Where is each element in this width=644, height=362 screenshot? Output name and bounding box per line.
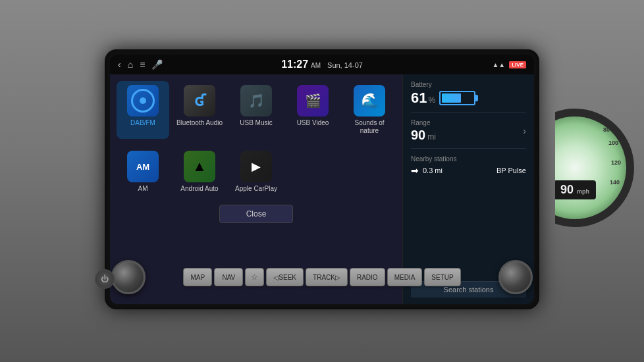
range-unit: mi [427, 132, 436, 142]
range-label: Range [411, 119, 436, 126]
am-label: AM [138, 185, 148, 193]
range-arrow-icon[interactable]: › [523, 126, 526, 136]
usb-music-icon: 🎵 [240, 85, 272, 116]
usb-music-label: USB Music [240, 119, 272, 127]
station-direction-icon: ➡ [411, 165, 419, 176]
seek-back-button[interactable]: ◁SEEK [266, 268, 304, 286]
dashboard: ‹ ⌂ ≡ 🎤 11:27 AM Sun, 14-07 ▲▲ LIVE [0, 0, 644, 362]
sounds-nature-label: Sounds of nature [346, 119, 393, 135]
signal-icon: ▲▲ [492, 61, 505, 68]
range-content: Range 90 mi [411, 119, 436, 143]
nearby-label: Nearby stations [411, 155, 526, 163]
station-row: ➡ 0.3 mi BP Pulse [411, 165, 526, 176]
hardware-buttons-row: MAP NAV ☆ ◁SEEK TRACK▷ RADIO MEDIA SETUP [148, 268, 496, 286]
source-am[interactable]: AM AM [117, 147, 169, 197]
source-usb-video[interactable]: 🎬 USB Video [286, 81, 339, 139]
android-auto-icon-wrapper: ▲ [184, 151, 215, 182]
range-value: 90 [411, 128, 425, 143]
battery-bar-fill [442, 93, 461, 103]
usb-video-label: USB Video [297, 119, 329, 127]
source-android-auto[interactable]: ▲ Android Auto [173, 147, 226, 197]
live-badge: LIVE [509, 61, 526, 68]
apple-carplay-icon: ▶ [240, 151, 272, 182]
status-bar: ‹ ⌂ ≡ 🎤 11:27 AM Sun, 14-07 ▲▲ LIVE [110, 55, 534, 74]
source-dab-fm[interactable]: DAB/FM [117, 81, 169, 139]
setup-button[interactable]: SETUP [424, 268, 460, 286]
home-icon[interactable]: ⌂ [128, 59, 133, 70]
mic-icon[interactable]: 🎤 [151, 59, 163, 70]
battery-unit: % [428, 95, 435, 105]
media-button[interactable]: MEDIA [387, 268, 423, 286]
speed-value: 90 [560, 183, 574, 196]
speed-100: 100 [608, 140, 618, 146]
controls-strip: MAP NAV ☆ ◁SEEK TRACK▷ RADIO MEDIA SETUP [111, 260, 533, 294]
nav-controls: ‹ ⌂ ≡ 🎤 [118, 59, 163, 70]
source-apple-carplay[interactable]: ▶ Apple CarPlay [230, 147, 282, 197]
sounds-nature-icon-wrapper: 🌊 [354, 85, 385, 116]
battery-section: Battery 61 % [411, 81, 526, 113]
range-section: Range 90 mi › [411, 119, 526, 149]
speedometer-area: 80 100 120 140 90 mph [555, 109, 634, 240]
current-speed-display: 90 mph [555, 180, 596, 199]
usb-music-icon-wrapper: 🎵 [240, 85, 272, 116]
usb-video-icon: 🎬 [297, 85, 329, 116]
media-grid-row2: AM AM ▲ Android Auto [117, 147, 396, 197]
favorite-button[interactable]: ☆ [245, 268, 264, 286]
time-date: Sun, 14-07 [327, 61, 363, 69]
speed-80: 80 [603, 126, 610, 133]
android-auto-icon: ▲ [184, 151, 215, 182]
speed-120: 120 [611, 159, 621, 166]
screen-container: ‹ ⌂ ≡ 🎤 11:27 AM Sun, 14-07 ▲▲ LIVE [105, 49, 539, 313]
bluetooth-label: Bluetooth Audio [176, 119, 223, 127]
dab-fm-icon [127, 85, 159, 116]
right-tune-knob[interactable] [498, 260, 533, 294]
am-icon-wrapper: AM [127, 151, 159, 182]
status-right: ▲▲ LIVE [492, 61, 526, 68]
media-grid-row1: DAB/FM ʛ Bluetooth Audio 🎵 [117, 81, 396, 139]
speedometer-dial: 80 100 120 140 90 mph [555, 109, 634, 227]
time-ampm: AM [311, 62, 321, 69]
time-value: 11:27 [281, 59, 308, 70]
battery-label: Battery [411, 81, 526, 88]
back-icon[interactable]: ‹ [118, 59, 121, 70]
source-bluetooth[interactable]: ʛ Bluetooth Audio [173, 81, 226, 139]
time-display: 11:27 AM Sun, 14-07 [281, 59, 363, 70]
radio-button[interactable]: RADIO [350, 268, 385, 286]
menu-icon[interactable]: ≡ [140, 59, 145, 70]
dab-fm-label: DAB/FM [130, 119, 155, 127]
bluetooth-icon: ʛ [184, 85, 215, 116]
station-name: BP Pulse [496, 167, 526, 174]
speed-unit: mph [577, 188, 589, 195]
dab-fm-icon-wrapper [127, 85, 159, 116]
track-forward-button[interactable]: TRACK▷ [306, 268, 348, 286]
android-auto-label: Android Auto [180, 185, 218, 193]
sounds-nature-icon: 🌊 [354, 85, 385, 116]
source-sounds-nature[interactable]: 🌊 Sounds of nature [343, 81, 396, 139]
usb-video-icon-wrapper: 🎬 [297, 85, 329, 116]
left-volume-knob[interactable] [111, 260, 146, 294]
stations-section: Nearby stations ➡ 0.3 mi BP Pulse [411, 155, 526, 269]
power-button[interactable]: ⏻ [95, 269, 115, 289]
apple-carplay-label: Apple CarPlay [235, 185, 277, 193]
nav-button[interactable]: NAV [214, 268, 243, 286]
close-button[interactable]: Close [219, 205, 294, 223]
map-button[interactable]: MAP [183, 268, 212, 286]
source-usb-music[interactable]: 🎵 USB Music [230, 81, 282, 139]
apple-carplay-icon-wrapper: ▶ [240, 151, 272, 182]
close-btn-area: Close [117, 205, 396, 223]
station-distance: 0.3 mi [423, 167, 443, 174]
battery-value: 61 [411, 90, 427, 107]
battery-bar-outer [439, 91, 475, 105]
battery-container: 61 % [411, 90, 526, 107]
bluetooth-icon-wrapper: ʛ [184, 85, 215, 116]
speed-140: 140 [610, 179, 620, 186]
am-icon: AM [127, 151, 159, 182]
